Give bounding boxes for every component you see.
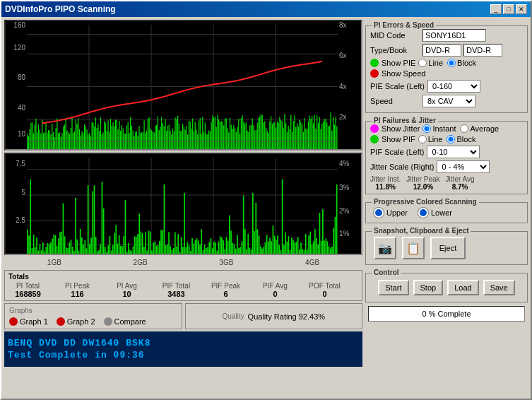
save-button[interactable]: Save <box>483 280 515 295</box>
minimize-button[interactable]: _ <box>490 4 502 14</box>
x-axis-labels: 1GB 2GB 3GB 4GB <box>4 257 362 268</box>
window-title: DVDInfoPro PIPO Scanning <box>5 4 116 14</box>
jitter-peak-value: 12.0% <box>413 183 433 191</box>
pif-line-radio[interactable] <box>418 135 427 143</box>
pif-block-label: Block <box>456 135 475 143</box>
show-pie-row: Show PIE Line Block <box>370 59 523 67</box>
jitter-scale-select[interactable]: 0 - 4% 0 - 8% <box>437 160 490 173</box>
pie-scale-label: PIE Scale (Left) <box>370 82 425 90</box>
compare-dot <box>104 317 112 326</box>
stop-button[interactable]: Stop <box>413 280 444 295</box>
start-button[interactable]: Start <box>378 280 408 295</box>
totals-pif-total: PIF Total 3483 <box>157 282 196 298</box>
show-pif-dot <box>370 135 379 143</box>
pi-errors-title: PI Errors & Speed <box>372 21 436 29</box>
pif-line-label: Line <box>428 135 443 143</box>
graph1-item: Graph 1 <box>9 317 48 326</box>
clipboard-button[interactable]: 📋 <box>402 237 425 259</box>
left-panel: 1GB 2GB 3GB 4GB Totals PI Total 168859 P… <box>4 20 362 396</box>
main-window: DVDInfoPro PIPO Scanning _ □ ✕ 1GB 2GB <box>0 0 532 400</box>
pof-total-value: 0 <box>322 290 326 298</box>
show-jitter-label: Show Jitter <box>382 124 420 133</box>
pif-scale-row: PIF Scale (Left) 0-10 0-20 0-50 <box>370 146 523 158</box>
jitter-average-radio[interactable] <box>460 124 468 133</box>
pif-line-item: Line <box>418 135 443 143</box>
x-label-2gb: 2GB <box>134 259 148 266</box>
pif-peak-value: 6 <box>223 290 227 298</box>
progress-text: 0 % Complete <box>422 310 471 318</box>
quality-rating: Quality Rating 92.43% <box>248 312 325 321</box>
type-book-inputs <box>422 44 502 57</box>
show-pif-row: Show PIF Line Block <box>370 135 523 143</box>
maximize-button[interactable]: □ <box>503 4 514 14</box>
jitter-peak-label: Jitter Peak <box>406 175 439 183</box>
jitter-scale-label: Jitter Scale (Right) <box>370 163 434 171</box>
pie-block-radio[interactable] <box>447 59 456 67</box>
mid-code-label: MID Code <box>370 31 420 40</box>
pie-line-radio-item: Line <box>418 59 443 67</box>
graphs-quality-section: Graphs Graph 1 Graph 2 Compare <box>4 303 362 329</box>
jitter-instant-radio[interactable] <box>422 124 431 133</box>
eject-label: Eject <box>439 244 456 252</box>
quality-box: Quality Quality Rating 92.43% <box>185 303 363 329</box>
mid-code-input[interactable] <box>422 29 486 42</box>
show-jitter-dot <box>370 124 379 133</box>
pcs-lower-label: Lower <box>431 208 452 217</box>
totals-section: Totals PI Total 168859 PI Peak 116 PI Av… <box>4 270 362 301</box>
show-jitter-row: Show Jitter Instant Average <box>370 124 523 133</box>
pif-block-radio[interactable] <box>447 135 455 143</box>
load-button[interactable]: Load <box>447 280 478 295</box>
snapshot-row: 📷 📋 Eject <box>370 235 523 261</box>
control-title: Control <box>372 269 401 276</box>
pcs-lower-dot <box>418 208 428 218</box>
jitter-stats: Jitter Inst. 11.8% Jitter Peak 12.0% Jit… <box>370 175 523 191</box>
jitter-radio-group: Instant Average <box>422 124 499 133</box>
snapshot-button[interactable]: 📷 <box>374 237 396 259</box>
close-button[interactable]: ✕ <box>516 4 527 14</box>
pi-avg-label: PI Avg <box>117 282 137 290</box>
eject-button[interactable]: Eject <box>430 237 466 259</box>
control-buttons: Start Stop Load Save <box>370 276 523 299</box>
jitter-avg-stat: Jitter Avg 8.7% <box>446 175 475 191</box>
speed-select[interactable]: 8x CAV 4x CAV 2x CAV <box>422 95 475 107</box>
pif-radio-group: Line Block <box>418 135 476 143</box>
jitter-avg-label: Jitter Avg <box>446 175 475 183</box>
pif-scale-select[interactable]: 0-10 0-20 0-50 <box>427 146 480 158</box>
pi-failures-group: PI Failures & Jitter Show Jitter Instant… <box>365 121 528 194</box>
type-book-input1[interactable] <box>422 44 461 57</box>
speed-label: Speed <box>370 97 420 105</box>
type-book-label: Type/Book <box>370 46 420 54</box>
pcs-row: Upper Lower <box>370 206 523 220</box>
totals-pi-total: PI Total 168859 <box>8 282 47 298</box>
pie-line-radio[interactable] <box>418 59 427 67</box>
pcs-lower-item: Lower <box>418 208 452 218</box>
jitter-average-label: Average <box>470 124 499 133</box>
pif-block-item: Block <box>447 135 475 143</box>
quality-title: Quality <box>222 312 244 320</box>
graph2-item: Graph 2 <box>57 317 95 326</box>
jitter-avg-value: 8.7% <box>452 183 468 191</box>
progress-bar-container: 0 % Complete <box>368 306 525 322</box>
totals-pof-total: POF Total 0 <box>305 282 344 298</box>
pif-scale-label: PIF Scale (Left) <box>370 148 424 156</box>
show-speed-label: Show Speed <box>382 69 425 78</box>
pif-avg-label: PIF Avg <box>263 282 288 290</box>
pie-scale-select[interactable]: 0-160 0-280 0-500 <box>427 80 480 93</box>
jitter-inst-value: 11.8% <box>376 183 396 191</box>
pi-failures-title: PI Failures & Jitter <box>372 117 438 124</box>
type-book-input2[interactable] <box>463 44 502 57</box>
window-controls: _ □ ✕ <box>490 4 527 14</box>
lcd-line1: BENQ DVD DD DW1640 BSK8 <box>8 338 359 348</box>
compare-item: Compare <box>104 317 146 326</box>
pi-peak-value: 116 <box>71 290 83 298</box>
pif-avg-value: 0 <box>273 290 277 298</box>
graphs-title: Graphs <box>9 307 177 314</box>
pif-peak-label: PIF Peak <box>211 282 240 290</box>
lower-chart <box>4 153 362 255</box>
pie-block-label: Block <box>457 59 476 67</box>
pi-avg-value: 10 <box>122 290 131 298</box>
right-panel: PI Errors & Speed MID Code Type/Book <box>365 20 528 396</box>
speed-row: Speed 8x CAV 4x CAV 2x CAV <box>370 95 523 107</box>
x-label-1gb: 1GB <box>47 259 61 266</box>
totals-title: Totals <box>8 273 358 281</box>
